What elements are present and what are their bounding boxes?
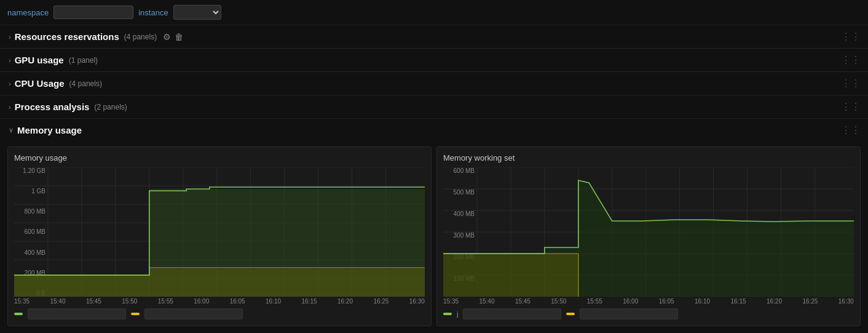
chart-with-axis-working-set: 600 MB 500 MB 400 MB 300 MB 200 MB 100 M… [443,167,854,319]
namespace-input[interactable] [53,6,133,19]
legend-input-green-memory[interactable] [28,308,126,319]
legend-input-yellow-memory[interactable] [144,308,243,319]
section-count-process-analysis: (2 panels) [94,103,127,111]
legend-color-yellow-ws [566,313,575,315]
top-bar: namespace instance option1 [0,0,868,25]
section-row-cpu-usage[interactable]: ›CPU Usage(4 panels)⋮⋮ [0,71,868,95]
x-axis-memory: 15:35 15:40 15:45 15:50 15:55 16:00 16:0… [14,298,425,305]
settings-icon[interactable]: ⚙ [163,32,171,42]
legend-input-green-ws[interactable] [463,308,561,319]
svg-marker-20 [14,189,425,297]
svg-marker-40 [443,180,854,297]
section-count-resources-reservations: (4 panels) [124,33,157,41]
chart-canvas-working-set [443,167,854,297]
section-title-cpu-usage: CPU Usage [15,78,65,89]
legend-color-green-ws [443,313,452,315]
charts-area: Memory usage 1.20 GB 1 GB 800 MB 600 MB … [0,142,868,331]
section-row-process-analysis[interactable]: ›Process analysis(2 panels)⋮⋮ [0,95,868,118]
drag-handle-resources-reservations[interactable]: ⋮⋮ [841,31,861,42]
drag-handle-gpu-usage[interactable]: ⋮⋮ [841,54,861,66]
section-row-gpu-usage[interactable]: ›GPU usage(1 panel)⋮⋮ [0,48,868,71]
chart-legend-memory [14,308,425,319]
legend-color-yellow-memory [131,313,140,315]
section-count-gpu-usage: (1 panel) [69,56,98,65]
sections-container: ›Resources reservations(4 panels)⚙🗑⋮⋮›GP… [0,25,868,142]
drag-handle-cpu-usage[interactable]: ⋮⋮ [841,78,861,89]
namespace-label[interactable]: namespace [7,8,49,17]
instance-label[interactable]: instance [138,8,168,17]
section-count-cpu-usage: (4 panels) [69,79,102,88]
chart-right-working-set: 15:35 15:40 15:45 15:50 15:55 16:00 16:0… [443,167,854,319]
section-icons-resources-reservations: ⚙🗑 [163,32,183,42]
section-chevron-memory-usage: ∨ [9,126,14,134]
legend-label-j: j [457,310,458,318]
section-chevron-process-analysis: › [9,103,11,111]
section-title-resources-reservations: Resources reservations [15,31,119,42]
drag-handle-memory-usage[interactable]: ⋮⋮ [841,124,861,136]
memory-usage-panel: Memory usage 1.20 GB 1 GB 800 MB 600 MB … [7,146,432,326]
chart-right-memory: 15:35 15:40 15:45 15:50 15:55 16:00 16:0… [14,167,425,319]
section-chevron-cpu-usage: › [9,80,11,87]
section-title-process-analysis: Process analysis [15,102,90,112]
legend-color-green-memory [14,313,23,315]
instance-select[interactable]: option1 [173,5,221,20]
chart-title-memory-usage: Memory usage [14,153,425,162]
section-title-memory-usage: Memory usage [17,125,82,135]
drag-handle-process-analysis[interactable]: ⋮⋮ [841,101,861,113]
section-row-resources-reservations[interactable]: ›Resources reservations(4 panels)⚙🗑⋮⋮ [0,25,868,48]
section-title-gpu-usage: GPU usage [15,55,64,65]
chart-canvas-memory [14,167,425,297]
chart-legend-working-set: j [443,308,854,319]
section-chevron-gpu-usage: › [9,57,11,64]
legend-input-yellow-ws[interactable] [580,308,678,319]
delete-icon[interactable]: 🗑 [175,32,183,42]
section-chevron-resources-reservations: › [9,33,11,41]
memory-working-set-panel: Memory working set 600 MB 500 MB 400 MB … [436,146,861,326]
x-axis-working-set: 15:35 15:40 15:45 15:50 15:55 16:00 16:0… [443,298,854,305]
chart-with-axis-memory: 1.20 GB 1 GB 800 MB 600 MB 400 MB 200 MB… [14,167,425,319]
chart-title-working-set: Memory working set [443,153,854,162]
section-row-memory-usage[interactable]: ∨Memory usage⋮⋮ [0,118,868,142]
